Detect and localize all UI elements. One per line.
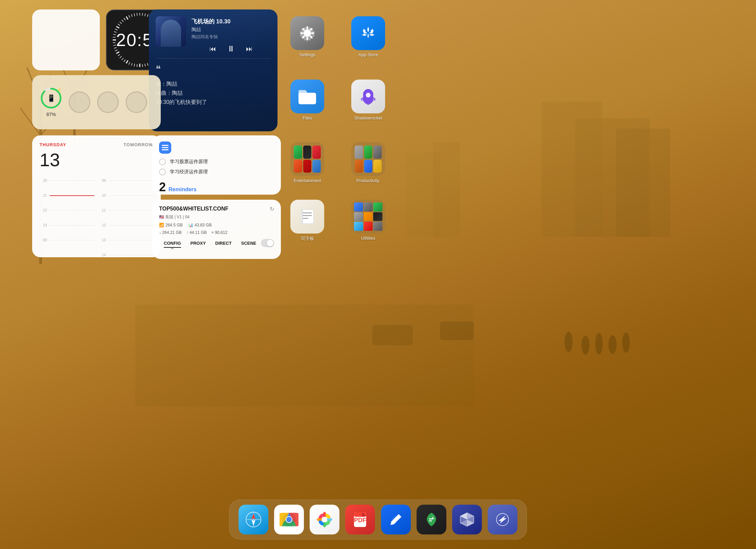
svg-line-96 — [311, 29, 312, 30]
util-app-3 — [373, 202, 382, 212]
reminder-checkbox-1[interactable] — [159, 158, 166, 165]
app-icon-files[interactable]: Files — [290, 80, 324, 120]
reminder-text-1: 学习股票运作原理 — [170, 159, 208, 165]
music-rewind-button[interactable]: ⏮ — [209, 45, 216, 53]
dock-app-chrome[interactable] — [274, 505, 304, 534]
dock-app-spark[interactable] — [488, 505, 517, 534]
photos-icon — [315, 510, 334, 529]
svg-line-51 — [145, 64, 146, 66]
reminders-label: Reminders — [169, 186, 197, 193]
svg-line-55 — [134, 64, 135, 66]
music-lyrics-line3: 10:30的飞机快要到了 — [156, 97, 271, 107]
app-icon-writing[interactable]: 写字板 — [290, 200, 324, 242]
cal-time-22: 22 — [40, 203, 94, 218]
svg-point-16 — [564, 332, 573, 352]
dock-app-photos[interactable] — [310, 505, 339, 534]
dock-app-goodnotes[interactable] — [417, 505, 446, 534]
app-icon-entertainment[interactable]: Entertainment — [290, 142, 324, 183]
cal-label-00: 00 — [40, 238, 47, 242]
writing-pad-icon — [298, 207, 316, 226]
vpn-tab-scene[interactable]: SCENE — [236, 239, 261, 247]
utilities-icon-label: Utilities — [361, 236, 375, 241]
music-forward-button[interactable]: ⏭ — [246, 45, 253, 53]
dock-app-pdf[interactable]: PDF — [345, 505, 375, 534]
rocket-icon — [358, 86, 378, 107]
dock-app-safari[interactable] — [239, 505, 268, 534]
cal-t-label-09: 09 — [98, 178, 106, 182]
reminder-text-2: 学习经济运作原理 — [170, 169, 208, 175]
dock-app-facets[interactable] — [452, 505, 482, 534]
settings-icon-img — [290, 16, 324, 50]
cal-t-line-12 — [109, 225, 153, 225]
svg-line-61 — [120, 56, 122, 58]
calendar-header: THURSDAY TOMORROW — [40, 142, 153, 147]
prod-app-2 — [364, 146, 373, 159]
reminders-header — [159, 141, 274, 154]
app-icon-utilities[interactable]: Utilities — [351, 200, 385, 241]
cal-t-label-12: 12 — [98, 223, 106, 227]
util-app-7 — [354, 222, 363, 231]
svg-line-50 — [147, 63, 148, 66]
svg-rect-22 — [440, 322, 474, 340]
svg-rect-87 — [162, 149, 169, 150]
svg-line-76 — [121, 20, 123, 22]
widget-music[interactable]: 飞机场的 10.30 陶喆 陶喆同名专辑 ⏮ ⏸ ⏭ ❝ 曲：陶喆 编曲：陶喆 … — [149, 9, 277, 131]
svg-line-62 — [118, 54, 120, 56]
cal-label-22: 22 — [40, 208, 47, 212]
svg-point-102 — [366, 93, 371, 97]
appstore-icon: ⊹ — [359, 24, 377, 42]
settings-icon-label: Settings — [299, 52, 315, 57]
prod-app-3 — [373, 146, 382, 159]
reminder-checkbox-2[interactable] — [159, 169, 166, 175]
vpn-tab-proxy[interactable]: PROXY — [186, 239, 211, 247]
vpn-refresh-button[interactable]: ↻ — [270, 206, 274, 212]
utilities-folder-grid — [351, 200, 385, 234]
vpn-cross-stat: × 90,612 — [212, 230, 227, 235]
svg-rect-101 — [298, 94, 307, 97]
widget-reminders[interactable]: 学习股票运作原理 学习经济运作原理 2 Reminders — [152, 135, 281, 195]
prod-app-1 — [355, 146, 363, 159]
svg-line-94 — [303, 29, 304, 30]
reminders-items: 学习股票运作原理 学习经济运作原理 — [159, 158, 274, 175]
svg-point-19 — [608, 335, 617, 354]
productivity-folder-grid — [351, 142, 385, 176]
app-icon-productivity[interactable]: Productivity. — [351, 142, 385, 183]
svg-line-66 — [113, 45, 116, 46]
music-info: 飞机场的 10.30 陶喆 陶喆同名专辑 ⏮ ⏸ ⏭ — [192, 16, 271, 53]
svg-line-59 — [124, 60, 126, 62]
util-app-6 — [373, 212, 382, 221]
chrome-icon — [280, 510, 298, 529]
widget-calendar[interactable]: THURSDAY TOMORROW 13 20 21 22 — [32, 135, 161, 257]
dock-app-pencil[interactable] — [381, 505, 411, 534]
svg-rect-15 — [433, 142, 460, 237]
svg-rect-85 — [162, 145, 169, 146]
app-icon-settings[interactable]: Settings — [290, 16, 324, 57]
cal-t-time-12: 12 — [98, 218, 153, 233]
music-album-name: 陶喆同名专辑 — [192, 34, 271, 40]
svg-rect-13 — [135, 305, 474, 406]
music-pause-button[interactable]: ⏸ — [227, 44, 235, 53]
battery-phone-item: 📱 ⚡ 87% — [40, 87, 62, 117]
vpn-tab-bar: CONFIG PROXY DIRECT SCENE — [159, 239, 274, 247]
svg-line-58 — [126, 61, 128, 64]
vpn-tab-direct[interactable]: DIRECT — [210, 239, 236, 247]
cal-t-label-10: 10 — [98, 193, 106, 197]
vpn-up-stat: ↑ 44.11 GB — [186, 230, 207, 235]
files-icon-label: Files — [303, 115, 312, 120]
cal-label-20: 20 — [40, 178, 47, 182]
vpn-subtitle: 🇺🇸 美国 | V1 | 04 — [159, 214, 274, 220]
vpn-toggle-switch[interactable] — [261, 239, 274, 247]
goodnotes-icon — [423, 511, 440, 528]
pencil-planner-icon — [387, 511, 405, 528]
calendar-today-col: 20 21 22 23 00 — [40, 173, 94, 257]
cal-t-time-13: 13 — [98, 233, 153, 247]
files-icon-img — [290, 80, 324, 113]
app-icon-appstore[interactable]: ⊹ App Store — [351, 16, 385, 57]
vpn-tab-arrow — [171, 247, 174, 249]
util-app-1 — [354, 202, 363, 212]
app-icon-shadowrocket[interactable]: Shadowrocket — [351, 80, 385, 120]
widget-vpn[interactable]: TOP500&WHITELIST.CONF ↻ 🇺🇸 美国 | V1 | 04 … — [152, 200, 281, 259]
vpn-signal-stat: 📊 43.83 GB — [188, 223, 212, 227]
entertainment-folder-img — [290, 142, 324, 176]
vpn-tab-config[interactable]: CONFIG — [159, 239, 186, 247]
